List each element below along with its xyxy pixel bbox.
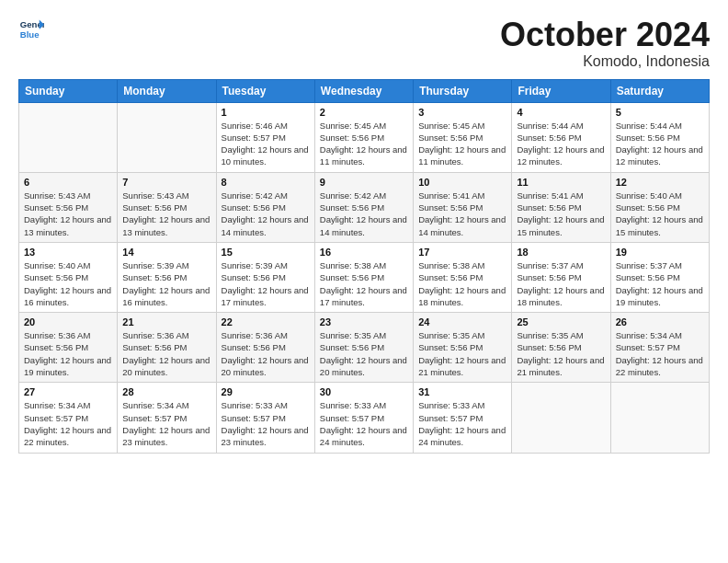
day-info: Sunrise: 5:35 AMSunset: 5:56 PMDaylight:… [418,329,506,378]
calendar-cell: 31Sunrise: 5:33 AMSunset: 5:57 PMDayligh… [414,383,512,453]
day-info: Sunrise: 5:35 AMSunset: 5:56 PMDaylight:… [320,329,408,378]
day-info: Sunrise: 5:33 AMSunset: 5:57 PMDaylight:… [320,399,408,448]
day-header: Saturday [610,79,709,102]
calendar-cell: 14Sunrise: 5:39 AMSunset: 5:56 PMDayligh… [118,242,216,312]
calendar-cell: 1Sunrise: 5:46 AMSunset: 5:57 PMDaylight… [216,102,314,172]
calendar-cell: 29Sunrise: 5:33 AMSunset: 5:57 PMDayligh… [216,383,314,453]
day-header: Wednesday [314,79,413,102]
day-info: Sunrise: 5:39 AMSunset: 5:56 PMDaylight:… [122,259,210,308]
day-info: Sunrise: 5:46 AMSunset: 5:57 PMDaylight:… [222,120,310,168]
day-number: 8 [222,177,310,188]
calendar-cell: 28Sunrise: 5:34 AMSunset: 5:57 PMDayligh… [118,383,216,453]
calendar-cell: 23Sunrise: 5:35 AMSunset: 5:56 PMDayligh… [314,313,413,383]
calendar-cell: 4Sunrise: 5:44 AMSunset: 5:56 PMDaylight… [512,102,610,172]
calendar: SundayMondayTuesdayWednesdayThursdayFrid… [18,79,710,454]
day-number: 11 [517,177,605,188]
day-number: 27 [24,386,112,397]
day-number: 24 [418,316,506,327]
day-header: Thursday [414,79,512,102]
day-number: 19 [616,247,704,258]
day-header: Friday [512,79,610,102]
calendar-cell: 16Sunrise: 5:38 AMSunset: 5:56 PMDayligh… [314,242,413,312]
calendar-cell: 2Sunrise: 5:45 AMSunset: 5:56 PMDaylight… [314,102,413,172]
calendar-cell: 22Sunrise: 5:36 AMSunset: 5:56 PMDayligh… [216,313,314,383]
day-header: Sunday [19,79,118,102]
day-number: 16 [320,247,408,258]
day-info: Sunrise: 5:43 AMSunset: 5:56 PMDaylight:… [122,190,210,238]
calendar-cell [19,102,118,172]
day-number: 13 [24,247,112,258]
day-info: Sunrise: 5:34 AMSunset: 5:57 PMDaylight:… [616,329,704,378]
day-info: Sunrise: 5:36 AMSunset: 5:56 PMDaylight:… [24,329,112,378]
day-info: Sunrise: 5:34 AMSunset: 5:57 PMDaylight:… [122,399,210,448]
calendar-cell: 20Sunrise: 5:36 AMSunset: 5:56 PMDayligh… [19,313,118,383]
day-info: Sunrise: 5:45 AMSunset: 5:56 PMDaylight:… [320,120,408,168]
day-number: 4 [517,107,605,118]
logo: General Blue [18,17,44,42]
day-info: Sunrise: 5:36 AMSunset: 5:56 PMDaylight:… [222,329,310,378]
title-block: October 2024 Komodo, Indonesia [500,17,710,70]
calendar-cell: 10Sunrise: 5:41 AMSunset: 5:56 PMDayligh… [414,172,512,242]
day-number: 7 [122,177,210,188]
day-number: 23 [320,316,408,327]
day-info: Sunrise: 5:44 AMSunset: 5:56 PMDaylight:… [517,120,605,168]
day-number: 2 [320,107,408,118]
calendar-cell: 21Sunrise: 5:36 AMSunset: 5:56 PMDayligh… [118,313,216,383]
location: Komodo, Indonesia [500,53,710,70]
day-info: Sunrise: 5:43 AMSunset: 5:56 PMDaylight:… [24,190,112,238]
logo-icon: General Blue [18,17,44,42]
calendar-cell: 30Sunrise: 5:33 AMSunset: 5:57 PMDayligh… [314,383,413,453]
calendar-cell: 9Sunrise: 5:42 AMSunset: 5:56 PMDaylight… [314,172,413,242]
month-title: October 2024 [500,17,710,53]
calendar-cell: 26Sunrise: 5:34 AMSunset: 5:57 PMDayligh… [610,313,709,383]
day-header: Tuesday [216,79,314,102]
calendar-cell [610,383,709,453]
day-info: Sunrise: 5:42 AMSunset: 5:56 PMDaylight:… [222,190,310,238]
header: General Blue October 2024 Komodo, Indone… [18,17,710,70]
calendar-cell: 13Sunrise: 5:40 AMSunset: 5:56 PMDayligh… [19,242,118,312]
calendar-cell: 8Sunrise: 5:42 AMSunset: 5:56 PMDaylight… [216,172,314,242]
calendar-cell: 19Sunrise: 5:37 AMSunset: 5:56 PMDayligh… [610,242,709,312]
day-info: Sunrise: 5:35 AMSunset: 5:56 PMDaylight:… [517,329,605,378]
day-info: Sunrise: 5:41 AMSunset: 5:56 PMDaylight:… [517,190,605,238]
day-info: Sunrise: 5:37 AMSunset: 5:56 PMDaylight:… [616,259,704,308]
day-number: 6 [24,177,112,188]
day-number: 17 [418,247,506,258]
calendar-cell: 11Sunrise: 5:41 AMSunset: 5:56 PMDayligh… [512,172,610,242]
day-info: Sunrise: 5:40 AMSunset: 5:56 PMDaylight:… [616,190,704,238]
calendar-cell: 25Sunrise: 5:35 AMSunset: 5:56 PMDayligh… [512,313,610,383]
calendar-cell: 15Sunrise: 5:39 AMSunset: 5:56 PMDayligh… [216,242,314,312]
page: General Blue October 2024 Komodo, Indone… [0,0,728,563]
calendar-cell [512,383,610,453]
day-info: Sunrise: 5:45 AMSunset: 5:56 PMDaylight:… [418,120,506,168]
calendar-cell: 17Sunrise: 5:38 AMSunset: 5:56 PMDayligh… [414,242,512,312]
day-info: Sunrise: 5:37 AMSunset: 5:56 PMDaylight:… [517,259,605,308]
day-number: 9 [320,177,408,188]
day-number: 28 [122,386,210,397]
calendar-cell: 27Sunrise: 5:34 AMSunset: 5:57 PMDayligh… [19,383,118,453]
day-info: Sunrise: 5:33 AMSunset: 5:57 PMDaylight:… [222,399,310,448]
day-number: 29 [222,386,310,397]
calendar-cell: 12Sunrise: 5:40 AMSunset: 5:56 PMDayligh… [610,172,709,242]
calendar-cell: 3Sunrise: 5:45 AMSunset: 5:56 PMDaylight… [414,102,512,172]
day-number: 26 [616,316,704,327]
day-number: 30 [320,386,408,397]
day-number: 31 [418,386,506,397]
day-info: Sunrise: 5:44 AMSunset: 5:56 PMDaylight:… [616,120,704,168]
day-number: 25 [517,316,605,327]
day-info: Sunrise: 5:42 AMSunset: 5:56 PMDaylight:… [320,190,408,238]
day-number: 5 [616,107,704,118]
day-number: 15 [222,247,310,258]
day-info: Sunrise: 5:39 AMSunset: 5:56 PMDaylight:… [222,259,310,308]
day-info: Sunrise: 5:36 AMSunset: 5:56 PMDaylight:… [122,329,210,378]
day-number: 1 [222,107,310,118]
day-number: 3 [418,107,506,118]
day-number: 10 [418,177,506,188]
day-info: Sunrise: 5:40 AMSunset: 5:56 PMDaylight:… [24,259,112,308]
calendar-cell [118,102,216,172]
day-info: Sunrise: 5:34 AMSunset: 5:57 PMDaylight:… [24,399,112,448]
day-number: 12 [616,177,704,188]
calendar-cell: 24Sunrise: 5:35 AMSunset: 5:56 PMDayligh… [414,313,512,383]
day-info: Sunrise: 5:33 AMSunset: 5:57 PMDaylight:… [418,399,506,448]
calendar-cell: 6Sunrise: 5:43 AMSunset: 5:56 PMDaylight… [19,172,118,242]
